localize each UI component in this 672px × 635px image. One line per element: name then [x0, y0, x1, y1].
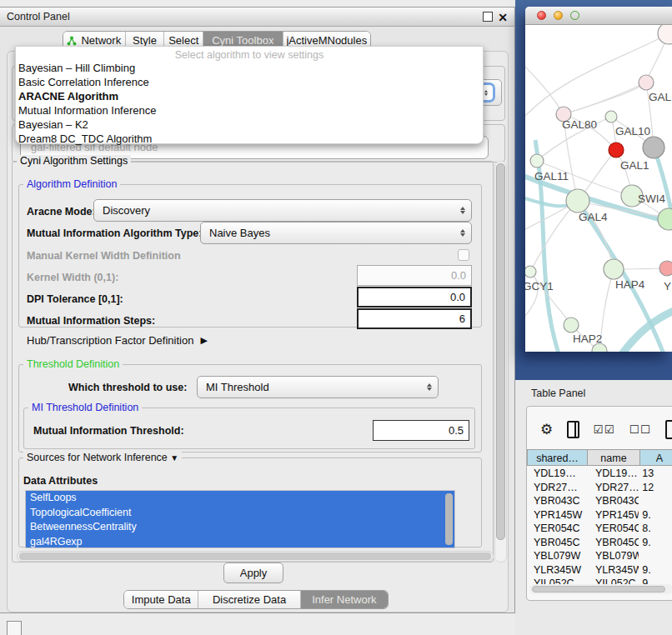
table-row[interactable]: YDL19…YDL19…13 — [528, 467, 672, 481]
column-header-a[interactable]: A — [639, 449, 672, 466]
network-node-gal10[interactable] — [605, 111, 617, 122]
which-threshold-value: MI Threshold — [206, 381, 269, 393]
mac-minimize-icon[interactable] — [554, 11, 563, 20]
close-icon[interactable]: ✕ — [498, 8, 508, 27]
window-title: Control Panel — [7, 8, 70, 26]
attributes-list-scrollbar-thumb[interactable] — [445, 493, 453, 545]
gear-icon[interactable]: ⚙ — [540, 422, 553, 437]
column-header-shared-name[interactable]: shared… — [527, 449, 588, 466]
table-row[interactable]: YBL079WYBL079W — [528, 549, 672, 563]
attribute-list-item[interactable]: TopologicalCoefficient — [26, 506, 454, 521]
network-node-hap2[interactable] — [564, 318, 579, 332]
manual-kernel-width-checkbox[interactable] — [458, 249, 469, 261]
table-rows: YDL19…YDL19…13YDR27…YDR27…12YBR043CYBR04… — [528, 467, 672, 591]
algorithm-option[interactable]: Mutual Information Inference — [16, 103, 483, 118]
sources-title[interactable]: Sources for Network Inference ▼ — [23, 452, 182, 463]
settings-vertical-scrollbar-thumb[interactable] — [496, 163, 505, 540]
attribute-list-item[interactable]: gal4RGexp — [26, 535, 454, 549]
network-node[interactable] — [643, 137, 664, 158]
select-all-checkboxes-icon[interactable]: ☑☑ — [594, 422, 615, 436]
deselect-all-checkboxes-icon[interactable]: ☐☐ — [629, 422, 651, 436]
tab-discretize-data[interactable]: Discretize Data — [198, 591, 300, 608]
which-threshold-combobox[interactable]: MI Threshold — [197, 376, 439, 398]
network-node-hap4[interactable] — [604, 259, 624, 279]
data-attributes-label: Data Attributes — [23, 475, 98, 487]
table-row[interactable]: YER054CYER054C8. — [528, 522, 672, 536]
table-cell: YDR27… — [528, 481, 587, 495]
new-table-icon[interactable] — [665, 420, 672, 439]
network-canvas[interactable]: GALGAL80GAL10GAL1GAL11SWI4GAL4GCY1HAP4YH… — [525, 25, 672, 352]
mac-zoom-icon[interactable] — [570, 11, 579, 20]
float-window-icon[interactable] — [483, 12, 493, 22]
network-node-gal1[interactable] — [609, 142, 624, 158]
algorithm-option[interactable]: ARACNE Algorithm — [16, 89, 483, 103]
spinner-icon — [427, 383, 438, 391]
kernel-width-field[interactable] — [357, 265, 472, 286]
algorithm-option[interactable]: Dream8 DC_TDC Algorithm — [16, 132, 483, 146]
aracne-mode-combobox[interactable]: Discovery — [93, 199, 472, 222]
settings-horizontal-scrollbar-thumb[interactable] — [19, 552, 491, 560]
cyni-mode-tabbar: Impute Data Discretize Data Infer Networ… — [123, 590, 389, 609]
mi-algorithm-type-combobox[interactable]: Naive Bayes — [200, 222, 472, 244]
table-horizontal-scrollbar-thumb[interactable] — [532, 586, 665, 592]
table-cell: YBR045C — [528, 536, 587, 550]
table-cell: YBL079W — [528, 549, 587, 563]
aracne-mode-value: Discovery — [103, 204, 150, 217]
collapsed-panel-icon[interactable] — [7, 621, 22, 635]
algorithm-option[interactable]: Basic Correlation Inference — [16, 75, 483, 89]
tab-label: Infer Network — [312, 593, 376, 606]
spinner-up-icon — [484, 90, 488, 92]
algorithm-option[interactable]: Bayesian – Hill Climbing — [16, 61, 483, 75]
table-row[interactable]: YLR345WYLR345W9. — [528, 563, 672, 578]
network-canvas-svg: GALGAL80GAL10GAL1GAL11SWI4GAL4GCY1HAP4YH… — [525, 25, 672, 352]
network-node[interactable] — [658, 25, 672, 44]
network-node-label: Y — [664, 280, 671, 292]
sources-title-label: Sources for Network Inference — [27, 452, 168, 463]
spinner-icon — [460, 229, 471, 237]
data-attributes-list[interactable]: SelfLoopsTopologicalCoefficientBetweenne… — [25, 490, 455, 548]
table-row[interactable]: YBR043CYBR043C — [528, 494, 672, 508]
table-row[interactable]: YBR045CYBR045C9. — [528, 536, 672, 550]
attribute-list-item[interactable]: BetweennessCentrality — [26, 520, 454, 535]
network-node-gcy1[interactable] — [525, 266, 536, 278]
network-view-window: GALGAL80GAL10GAL1GAL11SWI4GAL4GCY1HAP4YH… — [525, 7, 672, 352]
tab-infer-network[interactable]: Infer Network — [301, 591, 388, 608]
split-columns-icon[interactable] — [567, 421, 579, 438]
mi-threshold-title: MI Threshold Definition — [28, 402, 142, 413]
attribute-list-item[interactable]: SelfLoops — [26, 491, 454, 506]
mi-steps-label: Mutual Information Steps: — [27, 315, 155, 327]
table-cell: YDR27… — [587, 481, 639, 495]
algorithm-popup-placeholder: Select algorithm to view settings — [16, 47, 483, 61]
tab-label: Discretize Data — [213, 593, 286, 606]
network-node-gal4[interactable] — [566, 189, 589, 212]
network-node[interactable] — [658, 208, 672, 230]
network-edge — [530, 201, 578, 272]
network-node-label: GCY1 — [525, 280, 554, 292]
control-panel-titlebar[interactable]: Control Panel ✕ — [0, 8, 514, 27]
mi-steps-field[interactable] — [357, 308, 472, 329]
table-cell: YDL19… — [528, 467, 587, 481]
kernel-width-label: Kernel Width (0,1): — [27, 272, 118, 283]
tab-impute-data[interactable]: Impute Data — [124, 591, 198, 608]
network-node-gal[interactable] — [639, 75, 654, 90]
network-node-y[interactable] — [659, 261, 672, 276]
tab-label: Cyni Toolbox — [212, 34, 273, 47]
tab-label: Select — [168, 34, 198, 47]
algorithm-popup-list: Bayesian – Hill ClimbingBasic Correlatio… — [16, 61, 483, 146]
apply-button[interactable]: Apply — [223, 562, 283, 583]
mi-threshold-field[interactable] — [373, 420, 469, 441]
hub-definition-expander[interactable]: Hub/Transcription Factor Definition ▶ — [27, 334, 208, 347]
table-row[interactable]: YDR27…YDR27…12 — [528, 481, 672, 495]
table-row[interactable]: YPR145WYPR145W9. — [528, 508, 672, 522]
table-cell: 9. — [639, 508, 672, 522]
dpi-tolerance-field[interactable] — [357, 287, 472, 308]
mi-threshold-label: Mutual Information Threshold: — [33, 425, 184, 437]
column-header-name[interactable]: name — [587, 449, 640, 466]
table-cell: YLR345W — [528, 563, 587, 578]
mac-close-icon[interactable] — [537, 11, 546, 20]
algorithm-option[interactable]: Bayesian – K2 — [16, 118, 483, 132]
network-window-titlebar[interactable] — [525, 7, 672, 25]
network-edge — [564, 82, 646, 114]
network-node-gal11[interactable] — [530, 154, 544, 168]
algorithm-dropdown-popup: Select algorithm to view settings Bayesi… — [15, 46, 484, 144]
